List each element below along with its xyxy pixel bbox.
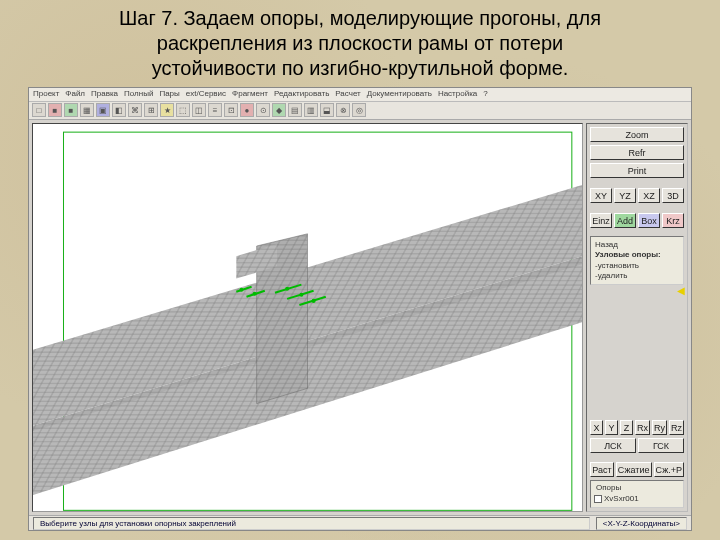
tool-icon[interactable]: ≡	[208, 103, 222, 117]
dof-rz-button[interactable]: Rz	[669, 420, 684, 435]
coordsys-buttons: ЛСК ГСК	[590, 438, 684, 453]
svg-point-14	[253, 292, 257, 296]
sel-box-button[interactable]: Box	[638, 213, 660, 228]
menu-item[interactable]: Документировать	[367, 89, 432, 100]
menu-item[interactable]: ?	[483, 89, 487, 100]
tool-icon[interactable]: ▦	[80, 103, 94, 117]
view-xy-button[interactable]: XY	[590, 188, 612, 203]
svg-point-13	[239, 288, 243, 292]
dof-ry-button[interactable]: Ry	[652, 420, 667, 435]
sel-add-button[interactable]: Add	[614, 213, 636, 228]
output-label: Опоры	[594, 483, 680, 493]
print-button[interactable]: Print	[590, 163, 684, 178]
view-yz-button[interactable]: YZ	[614, 188, 636, 203]
menu-item[interactable]: Проект	[33, 89, 59, 100]
statusbar: Выберите узлы для установки опорных закр…	[29, 515, 691, 530]
refresh-button[interactable]: Refr	[590, 145, 684, 160]
menu-item[interactable]: Настройка	[438, 89, 477, 100]
menu-item[interactable]: Пары	[159, 89, 179, 100]
model-mesh	[33, 124, 582, 512]
tool-icon[interactable]: ▣	[96, 103, 110, 117]
panel-header: Узловые опоры:	[595, 250, 679, 260]
select-mode-buttons: Einz Add Box Krz	[590, 213, 684, 228]
dof-y-button[interactable]: Y	[605, 420, 618, 435]
dof-row-1: X Y Z Rx Ry Rz	[590, 420, 684, 435]
sel-einz-button[interactable]: Einz	[590, 213, 612, 228]
supports-panel: Назад Узловые опоры: -установить -удалит…	[590, 236, 684, 285]
tool-icon[interactable]: ◧	[112, 103, 126, 117]
tool-icon[interactable]: ■	[64, 103, 78, 117]
tool-icon[interactable]: ★	[160, 103, 174, 117]
status-message: Выберите узлы для установки опорных закр…	[33, 517, 590, 530]
tool-icon[interactable]: ⊗	[336, 103, 350, 117]
tool-icon[interactable]: ⬚	[176, 103, 190, 117]
status-coord: <X-Y-Z-Координаты>	[596, 517, 687, 530]
output-box: Опоры XvSxr001	[590, 480, 684, 508]
pointer-icon: ◀	[677, 285, 685, 296]
tool-icon[interactable]: ◆	[272, 103, 286, 117]
slide-title: Шаг 7. Задаем опоры, моделирующие прогон…	[0, 0, 720, 85]
back-label: Назад	[595, 240, 679, 250]
menu-item[interactable]: Расчет	[335, 89, 360, 100]
tool-icon[interactable]: ■	[48, 103, 62, 117]
dof-z-button[interactable]: Z	[620, 420, 633, 435]
tool-icon[interactable]: ⊞	[144, 103, 158, 117]
tool-icon[interactable]: ⌘	[128, 103, 142, 117]
menubar: Проект Файл Правка Полный Пары ext/Серви…	[29, 88, 691, 102]
menu-item[interactable]: Полный	[124, 89, 153, 100]
checkbox-icon[interactable]	[594, 495, 602, 503]
menu-item[interactable]: Редактировать	[274, 89, 329, 100]
svg-point-15	[285, 287, 289, 291]
menu-item[interactable]: Файл	[65, 89, 85, 100]
tool-icon[interactable]: ●	[240, 103, 254, 117]
panel-item-del[interactable]: -удалить	[595, 271, 679, 281]
view-xz-button[interactable]: XZ	[638, 188, 660, 203]
svg-point-16	[299, 293, 303, 297]
view-buttons: XY YZ XZ 3D	[590, 188, 684, 203]
workspace: Zoom Refr Print XY YZ XZ 3D Einz Add Box…	[29, 120, 691, 515]
tool-icon[interactable]: ▤	[288, 103, 302, 117]
svg-point-17	[312, 299, 316, 303]
title-line-2: раскрепления из плоскости рамы от потери	[157, 32, 563, 54]
panel-item-set[interactable]: -установить	[595, 261, 679, 271]
tool-icon[interactable]: ⊙	[256, 103, 270, 117]
side-panel: Zoom Refr Print XY YZ XZ 3D Einz Add Box…	[586, 123, 688, 512]
gcs-button[interactable]: ГСК	[638, 438, 684, 453]
viewport-3d[interactable]	[32, 123, 583, 512]
tool-icon[interactable]: □	[32, 103, 46, 117]
dof-rx-button[interactable]: Rx	[635, 420, 650, 435]
menu-item[interactable]: ext/Сервис	[186, 89, 226, 100]
tool-icon[interactable]: ⬓	[320, 103, 334, 117]
sel-krz-button[interactable]: Krz	[662, 213, 684, 228]
output-item[interactable]: XvSxr001	[594, 493, 680, 505]
tool-icon[interactable]: ◫	[192, 103, 206, 117]
title-line-1: Шаг 7. Задаем опоры, моделирующие прогон…	[119, 7, 601, 29]
toolbar: □ ■ ■ ▦ ▣ ◧ ⌘ ⊞ ★ ⬚ ◫ ≡ ⊡ ● ⊙ ◆ ▤ ▥ ⬓ ⊗ …	[29, 102, 691, 120]
dof-x-button[interactable]: X	[590, 420, 603, 435]
menu-item[interactable]: Правка	[91, 89, 118, 100]
view-3d-button[interactable]: 3D	[662, 188, 684, 203]
zoom-button[interactable]: Zoom	[590, 127, 684, 142]
tool-icon[interactable]: ▥	[304, 103, 318, 117]
app-window: Проект Файл Правка Полный Пары ext/Серви…	[28, 87, 692, 531]
menu-item[interactable]: Фрагмент	[232, 89, 268, 100]
load-buttons: Раст Сжатие Сж.+Р	[590, 462, 684, 477]
output-value: XvSxr001	[604, 494, 639, 504]
title-line-3: устойчивости по изгибно-крутильной форме…	[152, 57, 569, 79]
tension-button[interactable]: Раст	[590, 462, 614, 477]
tool-icon[interactable]: ⊡	[224, 103, 238, 117]
tool-icon[interactable]: ◎	[352, 103, 366, 117]
comp-tens-button[interactable]: Сж.+Р	[654, 462, 684, 477]
lcs-button[interactable]: ЛСК	[590, 438, 636, 453]
compression-button[interactable]: Сжатие	[616, 462, 652, 477]
